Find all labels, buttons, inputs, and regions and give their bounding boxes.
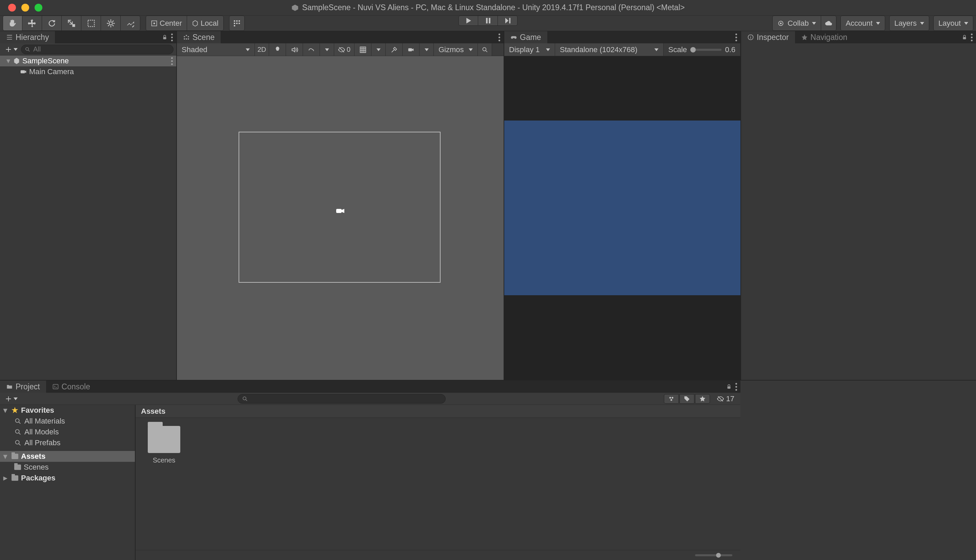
scene-tools-button[interactable] [386, 43, 403, 56]
hidden-packages-toggle[interactable]: 17 [714, 395, 738, 403]
2d-toggle-button[interactable]: 2D [255, 43, 269, 56]
close-window-button[interactable] [8, 4, 16, 12]
transform-tool-button[interactable] [101, 15, 120, 31]
tab-options-button[interactable] [971, 33, 973, 41]
save-search-button[interactable] [695, 394, 710, 403]
scene-grid-dropdown[interactable] [371, 43, 386, 56]
display-dropdown[interactable]: Display 1 [504, 43, 555, 56]
packages-root[interactable]: ▸ Packages [0, 473, 135, 483]
project-search[interactable] [237, 394, 446, 403]
move-tool-button[interactable] [22, 15, 42, 31]
step-button[interactable] [498, 15, 518, 26]
collab-dropdown[interactable]: Collab [772, 15, 821, 31]
tab-options-button[interactable] [735, 33, 737, 41]
camera-icon [20, 68, 27, 75]
tab-options-button[interactable] [171, 33, 173, 41]
account-dropdown[interactable]: Account [841, 15, 885, 31]
scale-tool-button[interactable] [62, 15, 81, 31]
asset-item-folder[interactable]: Scenes [144, 426, 184, 542]
scene-visibility-button[interactable]: 0 [334, 43, 354, 56]
tab-options-button[interactable] [498, 33, 500, 41]
scale-slider[interactable] [690, 49, 722, 51]
tab-options-button[interactable] [735, 383, 737, 391]
layers-dropdown[interactable]: Layers [889, 15, 929, 31]
project-breadcrumb[interactable]: Assets [135, 405, 740, 418]
chevron-down-icon [654, 48, 658, 51]
scene-grid-button[interactable] [354, 43, 371, 56]
game-tab-bar: Game [504, 31, 740, 43]
scene-options-button[interactable] [171, 57, 173, 65]
game-view[interactable] [504, 56, 740, 380]
expand-caret[interactable]: ▾ [5, 57, 11, 65]
rect-tool-button[interactable] [81, 15, 101, 31]
gizmos-label: Gizmos [438, 45, 464, 54]
scene-view[interactable] [177, 56, 504, 380]
pivot-local-button[interactable]: Local [187, 15, 224, 31]
scene-fx-dropdown[interactable] [320, 43, 334, 56]
unity-logo-icon [291, 4, 299, 12]
favorites-header[interactable]: ▾ ★ Favorites [0, 405, 135, 416]
filter-label-button[interactable] [680, 394, 694, 403]
camera-gizmo-icon[interactable] [335, 205, 346, 217]
hierarchy-item-camera[interactable]: Main Camera [0, 67, 176, 77]
hand-tool-button[interactable] [3, 15, 22, 31]
grid-size-slider[interactable] [695, 554, 732, 556]
pause-button[interactable] [478, 15, 498, 26]
scene-search-button[interactable] [478, 43, 492, 56]
lock-icon[interactable] [162, 34, 168, 41]
tab-project[interactable]: Project [0, 380, 46, 393]
svg-rect-6 [489, 18, 490, 23]
cloud-button[interactable] [821, 15, 836, 31]
hierarchy-search[interactable] [21, 45, 174, 54]
scene-camera-dropdown[interactable] [419, 43, 434, 56]
chevron-down-icon [246, 48, 250, 51]
gizmos-dropdown[interactable]: Gizmos [434, 43, 478, 56]
favorite-item[interactable]: All Materials [0, 416, 135, 427]
pivot-center-button[interactable]: Center [146, 15, 187, 31]
grid-snap-button[interactable] [229, 15, 245, 31]
scene-lighting-button[interactable] [269, 43, 286, 56]
rotate-tool-button[interactable] [42, 15, 62, 31]
game-render-output [504, 120, 740, 295]
minimize-window-button[interactable] [21, 4, 29, 12]
project-sidebar[interactable]: ▾ ★ Favorites All Materials All Models A… [0, 405, 135, 560]
custom-tool-button[interactable] [120, 15, 140, 31]
shading-mode-dropdown[interactable]: Shaded [177, 43, 255, 56]
chevron-down-icon [876, 22, 880, 25]
resolution-dropdown[interactable]: Standalone (1024x768) [555, 43, 663, 56]
scene-camera-button[interactable] [403, 43, 419, 56]
tab-hierarchy[interactable]: Hierarchy [0, 31, 55, 43]
layout-label: Layout [938, 19, 961, 28]
favorite-item[interactable]: All Prefabs [0, 437, 135, 448]
assets-child[interactable]: Scenes [0, 462, 135, 473]
tab-project-label: Project [16, 382, 40, 392]
hierarchy-item-scene[interactable]: ▾ SampleScene [0, 55, 176, 67]
lock-icon[interactable] [726, 383, 732, 390]
scale-control[interactable]: Scale 0.6 [663, 43, 740, 56]
create-asset-button[interactable] [3, 395, 20, 403]
create-button[interactable] [3, 46, 20, 53]
tab-navigation[interactable]: Navigation [795, 31, 854, 43]
hierarchy-tree[interactable]: ▾ SampleScene Main Camera [0, 55, 176, 380]
scene-audio-button[interactable] [286, 43, 303, 56]
maximize-window-button[interactable] [35, 4, 42, 12]
scale-slider-thumb[interactable] [690, 47, 696, 52]
lock-icon[interactable] [961, 34, 968, 41]
hierarchy-search-input[interactable] [33, 45, 170, 53]
folder-icon [12, 475, 18, 481]
filter-type-button[interactable] [664, 394, 679, 403]
play-button[interactable] [458, 15, 478, 26]
asset-grid[interactable]: Scenes [135, 418, 740, 550]
scene-fx-button[interactable] [303, 43, 320, 56]
tab-inspector[interactable]: Inspector [741, 31, 795, 43]
favorites-label: Favorites [21, 406, 54, 415]
chevron-down-icon [920, 22, 924, 25]
tab-game[interactable]: Game [504, 31, 547, 43]
favorite-item[interactable]: All Models [0, 427, 135, 437]
tab-scene-label: Scene [192, 33, 214, 42]
tab-console[interactable]: Console [46, 380, 96, 393]
slider-thumb[interactable] [716, 553, 721, 558]
tab-scene[interactable]: Scene [177, 31, 221, 43]
assets-root[interactable]: ▾ Assets [0, 451, 135, 462]
layout-dropdown[interactable]: Layout [933, 15, 973, 31]
